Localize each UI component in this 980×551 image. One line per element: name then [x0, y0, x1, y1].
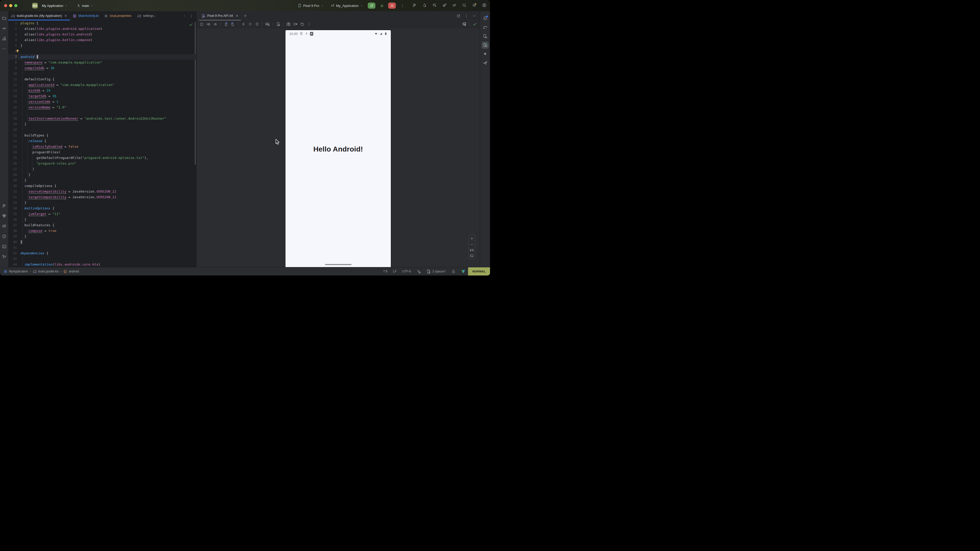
code-line[interactable]: 27 ) [8, 166, 196, 172]
emulator-nav-home-button[interactable] [247, 21, 253, 27]
panel-options-icon[interactable] [465, 14, 468, 18]
code-line[interactable]: 24 proguardFiles( [8, 149, 196, 155]
minimize-window-button[interactable] [9, 4, 12, 7]
breadcrumb-MyApplication[interactable]: MyApplication [3, 270, 28, 273]
code-line[interactable]: 44 implementation(libs.androidx.core.ktx… [8, 262, 196, 267]
code-line[interactable]: 41 [8, 245, 196, 251]
tool-strip-bell[interactable] [482, 15, 489, 22]
editor-tab[interactable]: build.gradle.kts (My Application)✕ [8, 11, 70, 21]
close-window-button[interactable] [4, 4, 7, 7]
code-line[interactable]: 8 namespace = "com.example.myapplication… [8, 60, 196, 65]
hide-panel-icon[interactable] [473, 14, 476, 18]
code-line[interactable]: 6 [8, 48, 196, 54]
emulator-keyboard-button[interactable] [264, 21, 270, 27]
code-line[interactable]: 42dependencies { [8, 251, 196, 256]
code-line[interactable]: 22 release { [8, 138, 196, 144]
toolbar-search[interactable] [462, 3, 466, 8]
toolbar-lines-sync[interactable] [432, 3, 437, 8]
toolbar-profiler-loop[interactable] [452, 3, 457, 8]
tool-strip-problems[interactable] [1, 233, 7, 240]
editor-tab[interactable]: MainActivity.kt [70, 11, 101, 21]
emulator-nav-back-button[interactable] [240, 21, 246, 27]
code-editor[interactable]: 1plugins {2 alias(libs.plugins.android.a… [8, 21, 196, 267]
code-line[interactable]: 16 versionName = "1.0" [8, 105, 196, 110]
tool-strip-gemini-sparkle[interactable] [482, 51, 489, 58]
toolbar-apply-changes[interactable] [422, 3, 427, 8]
tool-strip-gem[interactable] [1, 213, 7, 219]
code-line[interactable]: 12 applicationId = "com.example.myapplic… [8, 82, 196, 88]
stop-button[interactable] [388, 3, 396, 9]
toolbar-settings-gear[interactable] [472, 3, 476, 8]
tool-strip-terminal[interactable] [1, 243, 7, 250]
code-line[interactable]: 30 compileOptions { [8, 183, 196, 189]
emulator-ui-check-button[interactable] [461, 21, 467, 27]
close-icon[interactable]: ✕ [64, 14, 67, 18]
emulator-check-green-button[interactable] [472, 21, 478, 27]
emulator-vol-up-button[interactable] [205, 21, 212, 27]
emulator-nav-recents-button[interactable] [254, 21, 260, 27]
code-line[interactable]: 25 getDefaultProguardFile("proguard-andr… [8, 155, 196, 161]
code-line[interactable]: 28 } [8, 172, 196, 178]
code-line[interactable]: 19 } [8, 121, 196, 127]
device-selector[interactable]: Pixel 9 Pro [296, 3, 326, 9]
code-line[interactable]: 35 jvmTarget = "11" [8, 211, 196, 217]
emulator-more-v-button[interactable] [306, 21, 312, 27]
code-line[interactable]: 36 } [8, 217, 196, 222]
tool-strip-git-branch[interactable] [1, 253, 7, 260]
code-line[interactable]: 32 targetCompatibility = JavaVersion.VER… [8, 194, 196, 200]
project-widget[interactable]: My Application [40, 3, 70, 9]
code-line[interactable]: 2 alias(libs.plugins.android.application… [8, 26, 196, 32]
open-in-new-window-icon[interactable] [457, 14, 460, 18]
code-line[interactable]: 5} [8, 43, 196, 48]
device-tab-pixel-9-pro[interactable]: Pixel 9 Pro API 34 ✕ [199, 11, 241, 21]
emulator-video-button[interactable] [292, 21, 298, 27]
tool-strip-gradle-elephant[interactable] [482, 24, 489, 31]
emulator-rotate-left-button[interactable] [223, 21, 229, 27]
toolbar-user-profile[interactable] [482, 3, 487, 8]
code-line[interactable]: 33 } [8, 200, 196, 206]
emulator-power-button[interactable] [199, 21, 205, 27]
unlock-icon[interactable] [449, 267, 458, 275]
code-line[interactable]: 43 [8, 256, 196, 262]
tool-strip-plane[interactable] [482, 59, 489, 67]
tool-strip-build-hammer[interactable] [1, 202, 7, 209]
zoom-in-button[interactable] [470, 237, 474, 240]
code-line[interactable]: 10 [8, 71, 196, 76]
emulator-rotate-right-button[interactable] [230, 21, 236, 27]
toolbar-bug-reload[interactable] [442, 3, 447, 8]
editor-tab[interactable]: local.properties [101, 11, 134, 21]
run-configuration-selector[interactable]: My_Application [328, 3, 365, 9]
code-line[interactable]: 18 testInstrumentationRunner = "androidx… [8, 116, 196, 121]
ai-code-completion-icon[interactable] [414, 267, 424, 275]
breadcrumb-android[interactable]: android [63, 270, 79, 273]
tool-strip-shapes[interactable] [1, 35, 7, 42]
phone-screen[interactable]: 10:20 A Hello Android! [285, 30, 391, 267]
rerun-button[interactable] [368, 3, 375, 9]
code-line[interactable]: 17 [8, 110, 196, 116]
navigation-pill[interactable] [325, 264, 352, 265]
code-line[interactable]: 31 sourceCompatibility = JavaVersion.VER… [8, 189, 196, 194]
intention-bulb-icon[interactable] [16, 49, 19, 53]
tab-options-icon[interactable] [189, 14, 193, 18]
file-encoding[interactable]: UTF-8 [399, 267, 414, 275]
emulator-vol-down-button[interactable] [212, 21, 218, 27]
code-line[interactable]: 20 [8, 127, 196, 133]
ideavim-icon[interactable] [458, 267, 468, 275]
tool-strip-logcat[interactable] [1, 223, 7, 229]
code-line[interactable]: 26 "proguard-rules.pro" [8, 161, 196, 166]
tool-strip-commit[interactable] [1, 25, 7, 32]
editor-tab[interactable]: settings.g [134, 11, 159, 21]
code-line[interactable]: 3 alias(libs.plugins.kotlin.android) [8, 32, 196, 37]
code-line[interactable]: 13 minSdk = 24 [8, 88, 196, 94]
emulator-camera-button[interactable] [285, 21, 291, 27]
code-line[interactable]: 34 kotlinOptions { [8, 206, 196, 211]
add-device-tab-button[interactable] [241, 11, 250, 21]
code-line[interactable]: 9 compileSdk = 36 [8, 65, 196, 71]
emulator-reset-snapshot-button[interactable] [299, 21, 305, 27]
line-ending[interactable]: LF [390, 267, 399, 275]
vim-mode-badge[interactable]: NORMAL [468, 267, 490, 275]
debug-button[interactable] [378, 3, 386, 9]
tool-strip-more-h[interactable] [1, 45, 7, 52]
indent-setting[interactable]: 2 spaces* [424, 267, 449, 275]
zoom-fit-button[interactable] [470, 254, 474, 258]
